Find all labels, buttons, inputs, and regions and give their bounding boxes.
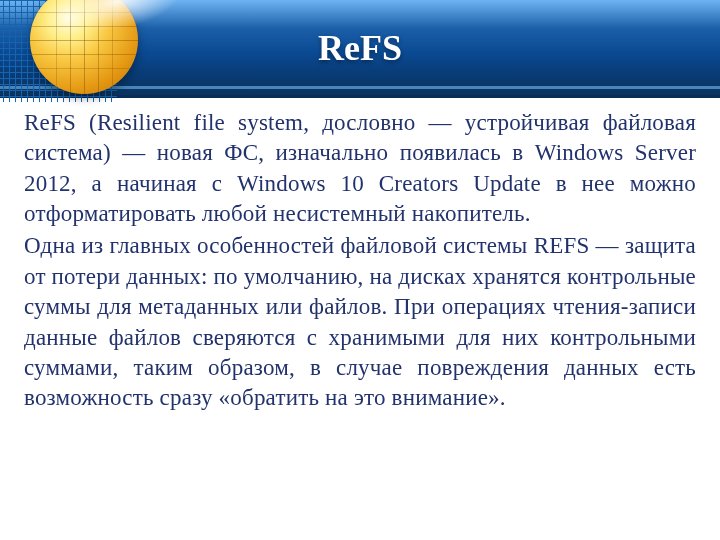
paragraph-feature: Одна из главных особенностей файловой си…	[24, 231, 696, 413]
page-title: ReFS	[318, 27, 402, 69]
globe-illustration	[2, 0, 152, 142]
slide-body: ReFS (Resilient file system, дословно — …	[0, 98, 720, 414]
slide-header: ReFS	[0, 0, 720, 98]
